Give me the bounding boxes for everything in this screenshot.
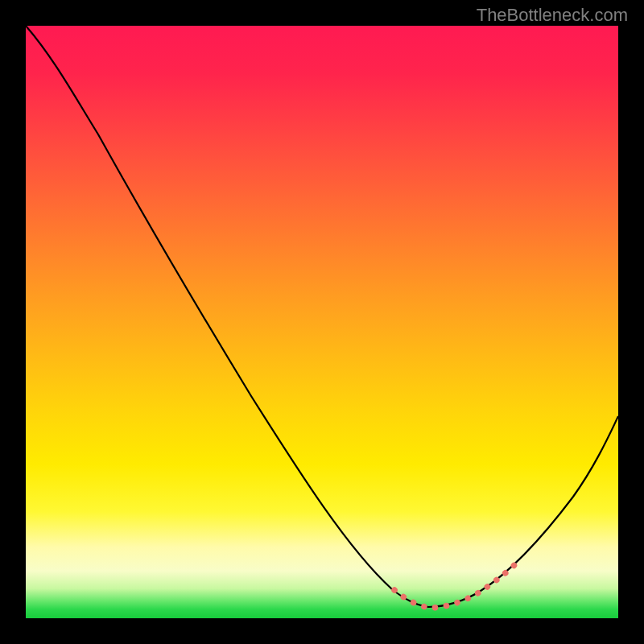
chart-svg: [26, 26, 618, 618]
bottleneck-curve: [26, 26, 618, 607]
optimal-zone-dotted: [394, 565, 514, 608]
chart-area: [26, 26, 618, 618]
attribution-text: TheBottleneck.com: [477, 5, 628, 26]
